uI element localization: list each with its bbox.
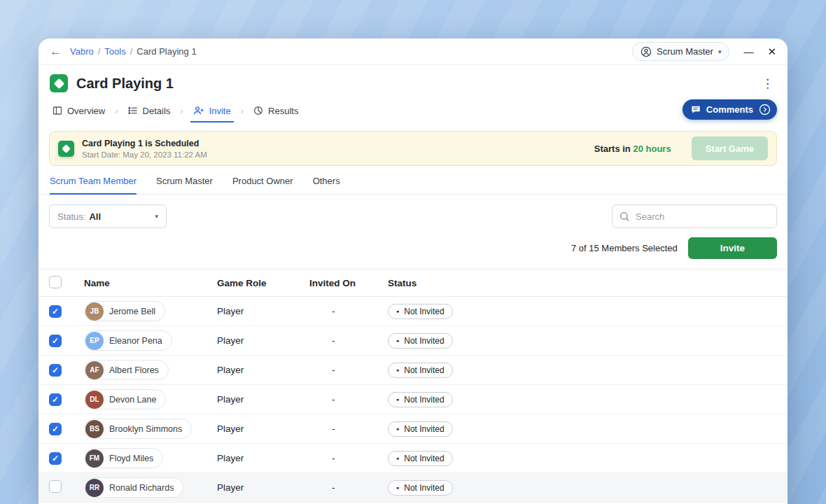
close-button[interactable]: ✕ <box>767 46 776 58</box>
member-name: Eleanor Pena <box>109 336 162 346</box>
select-all-checkbox[interactable] <box>49 276 62 288</box>
start-game-button[interactable]: Start Game <box>692 136 768 160</box>
table-row[interactable]: EP Eleanor Pena Player - ● Not Invited <box>38 326 788 356</box>
table-row[interactable]: AF Albert Flores Player - ● Not Invited <box>38 356 788 385</box>
starts-in-value: 20 hours <box>633 144 671 154</box>
banner-subtitle: Start Date: May 20, 2023 11:22 AM <box>82 150 587 159</box>
banner-logo-icon <box>58 141 74 157</box>
member-chip: DL Devon Lane <box>84 389 166 410</box>
members-table: Name Game Role Invited On Status JB Jero… <box>38 269 788 503</box>
row-checkbox[interactable] <box>49 305 62 318</box>
column-invited-on: Invited On <box>309 278 388 288</box>
invited-on-cell: - <box>309 335 388 346</box>
column-game-role: Game Role <box>217 278 309 288</box>
member-name: Devon Lane <box>109 395 156 405</box>
comment-icon <box>691 105 701 114</box>
status-pill: ● Not Invited <box>388 363 453 378</box>
status-label: Not Invited <box>404 395 444 405</box>
role-switcher[interactable]: Scrum Master ▾ <box>632 42 729 61</box>
tab-overview[interactable]: Overview <box>50 99 108 122</box>
invite-icon <box>193 106 204 115</box>
chevron-down-icon: ▾ <box>155 213 158 220</box>
status-pill: ● Not Invited <box>388 480 453 496</box>
selection-row: 7 of 15 Members Selected Invite <box>38 228 788 259</box>
game-role-cell: Player <box>217 453 309 463</box>
title-row: Card Playing 1 ⋮ <box>38 65 788 99</box>
search-input[interactable] <box>636 211 769 222</box>
breadcrumb-separator: / <box>98 46 101 57</box>
avatar: AF <box>85 361 104 379</box>
breadcrumb-current: Card Playing 1 <box>136 46 196 57</box>
tab-scrum-team-member[interactable]: Scrum Team Member <box>50 176 136 194</box>
row-checkbox[interactable] <box>49 452 62 465</box>
member-name: Albert Flores <box>109 365 159 375</box>
member-chip: RR Ronald Richards <box>84 477 183 498</box>
status-filter-select[interactable]: Status: All ▾ <box>49 204 167 228</box>
invited-on-cell: - <box>309 306 388 316</box>
banner-texts: Card Playing 1 is Scheduled Start Date: … <box>82 139 587 159</box>
invited-on-cell: - <box>309 394 388 405</box>
row-checkbox[interactable] <box>49 423 62 435</box>
breadcrumb-vabro[interactable]: Vabro <box>70 46 94 57</box>
member-chip: EP Eleanor Pena <box>84 330 172 351</box>
tab-label: Invite <box>209 106 231 116</box>
kebab-menu-icon[interactable]: ⋮ <box>759 76 776 91</box>
row-checkbox[interactable] <box>49 335 62 347</box>
game-role-cell: Player <box>217 335 309 346</box>
page-title: Card Playing 1 <box>76 76 750 92</box>
row-checkbox[interactable] <box>49 364 62 377</box>
status-label: Not Invited <box>404 365 444 375</box>
table-row[interactable]: DL Devon Lane Player - ● Not Invited <box>38 385 788 414</box>
tab-invite[interactable]: Invite <box>190 99 234 122</box>
member-name: Brooklyn Simmons <box>109 424 182 434</box>
member-chip: FM Floyd Miles <box>84 448 163 468</box>
banner-title: Card Playing 1 is Scheduled <box>82 139 587 148</box>
back-icon[interactable]: ← <box>50 45 62 59</box>
game-role-cell: Player <box>217 482 309 493</box>
row-checkbox[interactable] <box>49 480 62 493</box>
table-header: Name Game Role Invited On Status <box>38 269 788 297</box>
tab-label: Results <box>268 106 298 116</box>
user-icon <box>640 46 652 57</box>
minimize-button[interactable]: — <box>743 46 753 57</box>
comments-label: Comments <box>706 104 753 115</box>
app-logo-icon <box>50 74 68 92</box>
status-label: Not Invited <box>404 454 444 463</box>
row-checkbox[interactable] <box>49 393 62 406</box>
member-name: Jerome Bell <box>109 307 155 316</box>
overview-icon <box>52 106 62 115</box>
status-dot-icon: ● <box>396 485 399 490</box>
column-status: Status <box>388 278 777 288</box>
filter-row: Status: All ▾ <box>38 195 788 228</box>
results-icon <box>253 106 263 115</box>
breadcrumb-separator: / <box>130 46 133 57</box>
table-row[interactable]: JB Jerome Bell Player - ● Not Invited <box>38 297 788 326</box>
table-row[interactable]: BS Brooklyn Simmons Player - ● Not Invit… <box>38 414 788 444</box>
tab-product-owner[interactable]: Product Owner <box>232 176 293 194</box>
chevron-separator-icon: › <box>241 106 244 116</box>
status-pill: ● Not Invited <box>388 333 453 349</box>
breadcrumb-tools[interactable]: Tools <box>104 46 125 57</box>
tab-results[interactable]: Results <box>251 99 301 122</box>
avatar: RR <box>85 479 104 497</box>
invited-on-cell: - <box>309 365 388 375</box>
status-filter-value: All <box>89 211 101 222</box>
tab-details[interactable]: Details <box>125 99 174 122</box>
table-row[interactable]: RR Ronald Richards Player - ● Not Invite… <box>38 473 788 503</box>
invite-button[interactable]: Invite <box>688 237 777 259</box>
table-row[interactable]: FM Floyd Miles Player - ● Not Invited <box>38 444 788 473</box>
tab-others[interactable]: Others <box>313 176 340 194</box>
breadcrumb: Vabro / Tools / Card Playing 1 <box>70 46 197 57</box>
comments-button[interactable]: Comments <box>682 99 777 120</box>
avatar: JB <box>85 302 104 321</box>
status-pill: ● Not Invited <box>388 451 453 466</box>
status-label: Not Invited <box>404 483 444 493</box>
members-selected-count: 7 of 15 Members Selected <box>571 243 678 253</box>
status-pill: ● Not Invited <box>388 392 453 407</box>
tab-label: Details <box>143 106 171 116</box>
column-name: Name <box>84 278 217 288</box>
tab-scrum-master[interactable]: Scrum Master <box>156 176 213 194</box>
nav-tabs: Overview › Details › Invite › Results <box>38 99 788 122</box>
chevron-separator-icon: › <box>180 106 183 116</box>
status-label: Not Invited <box>404 424 444 434</box>
